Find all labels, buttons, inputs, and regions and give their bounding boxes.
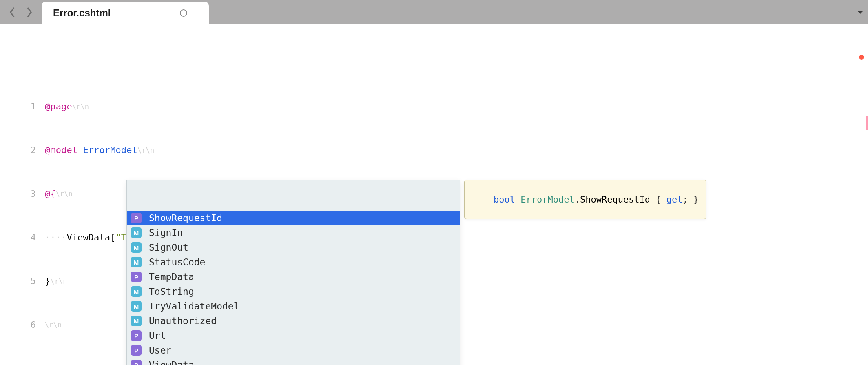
method-icon: M [131, 301, 142, 312]
change-marker[interactable] [866, 116, 868, 130]
nav-arrow-group [0, 0, 42, 24]
property-icon: P [131, 345, 142, 356]
completion-item[interactable]: PUrl [127, 328, 460, 343]
completion-item-label: SignIn [149, 227, 183, 238]
tab-close-icon[interactable] [180, 9, 187, 17]
code-editor[interactable]: 1 @page\r\n 2 @model ErrorModel\r\n 3 @{… [0, 24, 868, 365]
quick-info-tooltip: bool ErrorModel.ShowRequestId { get; } [464, 180, 706, 219]
tab-title: Error.cshtml [53, 7, 111, 19]
completion-item-label: TryValidateModel [149, 301, 239, 312]
completion-item-label: Url [149, 330, 166, 341]
error-indicator-dot[interactable] [859, 55, 864, 60]
completion-item-label: User [149, 345, 171, 356]
nav-back-button[interactable] [7, 7, 17, 17]
gutter: 1 [0, 100, 45, 113]
completion-item-label: ShowRequestId [149, 213, 222, 223]
completion-item[interactable]: MTryValidateModel [127, 299, 460, 314]
nav-forward-button[interactable] [24, 7, 34, 17]
completion-item[interactable]: MToString [127, 284, 460, 299]
completion-item-label: ToString [149, 286, 194, 297]
completion-item-label: ViewData [149, 360, 194, 365]
completion-item-label: StatusCode [149, 257, 205, 267]
completion-item-label: Unauthorized [149, 316, 217, 326]
property-icon: P [131, 360, 142, 365]
completion-item-label: SignOut [149, 242, 188, 253]
completion-item[interactable]: MSignIn [127, 225, 460, 240]
completion-item[interactable]: PShowRequestId [127, 211, 460, 225]
method-icon: M [131, 286, 142, 297]
tab-overflow-button[interactable] [857, 0, 864, 24]
method-icon: M [131, 242, 142, 253]
completion-item-label: TempData [149, 272, 194, 282]
tab-strip: Error.cshtml [0, 0, 868, 24]
property-icon: P [131, 272, 142, 282]
method-icon: M [131, 227, 142, 238]
property-icon: P [131, 330, 142, 341]
completion-item[interactable]: MSignOut [127, 240, 460, 255]
tab-error-cshtml[interactable]: Error.cshtml [42, 2, 209, 24]
completion-item[interactable]: MStatusCode [127, 255, 460, 269]
completion-popup[interactable]: PShowRequestIdMSignInMSignOutMStatusCode… [126, 180, 460, 365]
completion-item[interactable]: PUser [127, 343, 460, 358]
method-icon: M [131, 257, 142, 267]
completion-item[interactable]: PTempData [127, 269, 460, 284]
completion-item[interactable]: MUnauthorized [127, 314, 460, 328]
property-icon: P [131, 213, 142, 223]
completion-item[interactable]: PViewData [127, 358, 460, 365]
method-icon: M [131, 316, 142, 326]
